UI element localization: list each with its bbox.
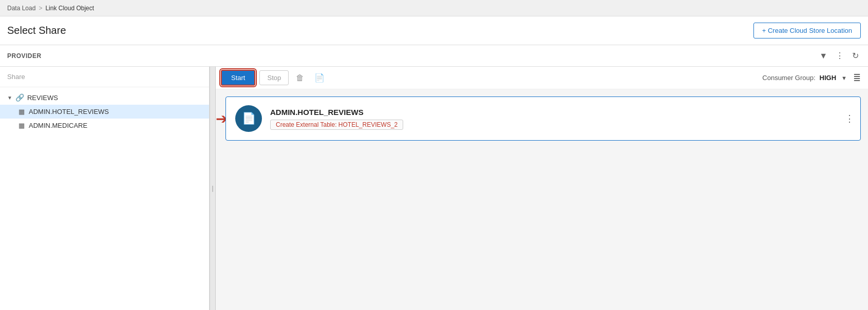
header-row: Select Share + Create Cloud Store Locati… — [0, 16, 868, 45]
consumer-group-value: HIGH — [820, 74, 837, 82]
card-subtitle-value: HOTEL_REVIEWS_2 — [338, 121, 398, 128]
breadcrumb-current: Link Cloud Object — [45, 5, 94, 12]
data-card: 📄 ADMIN.HOTEL_REVIEWS Create External Ta… — [225, 96, 861, 141]
provider-more-button[interactable]: ⋮ — [834, 49, 846, 63]
breadcrumb-bar: Data Load > Link Cloud Object — [0, 0, 868, 16]
content-body: ➔ 📄 ADMIN.HOTEL_REVIEWS Create External … — [216, 89, 868, 310]
delete-button[interactable]: 🗑 — [293, 71, 307, 85]
sidebar: Share ▼ 🔗 REVIEWS ▦ ADMIN.HOTEL_REVIEWS … — [0, 67, 210, 310]
card-content: ADMIN.HOTEL_REVIEWS Create External Tabl… — [270, 108, 851, 130]
tree-item-label-2: ADMIN.MEDICARE — [29, 122, 87, 129]
right-panel: Start Stop 🗑 📄 Consumer Group: HIGH ▼ ≣ … — [216, 67, 868, 310]
sidebar-share-label: Share — [7, 73, 25, 81]
start-button[interactable]: Start — [221, 70, 255, 86]
card-icon: 📄 — [235, 105, 262, 132]
table-icon-1: ▦ — [18, 108, 25, 115]
card-more-button[interactable]: ⋮ — [845, 113, 854, 124]
columns-icon-button[interactable]: ≣ — [851, 70, 863, 86]
tree-item-hotel-reviews[interactable]: ▦ ADMIN.HOTEL_REVIEWS — [0, 105, 209, 119]
document-button[interactable]: 📄 — [311, 71, 328, 85]
tree-item-label-1: ADMIN.HOTEL_REVIEWS — [29, 108, 109, 115]
tree-area: ▼ 🔗 REVIEWS ▦ ADMIN.HOTEL_REVIEWS ▦ ADMI… — [0, 87, 209, 310]
card-subtitle: Create External Table: HOTEL_REVIEWS_2 — [270, 120, 403, 130]
page-title: Select Share — [7, 25, 66, 36]
provider-controls: ▼ ⋮ ↻ — [817, 49, 861, 63]
tree-group-reviews: ▼ 🔗 REVIEWS ▦ ADMIN.HOTEL_REVIEWS ▦ ADMI… — [0, 90, 209, 132]
share-icon: 🔗 — [15, 93, 24, 102]
tree-group-header[interactable]: ▼ 🔗 REVIEWS — [0, 90, 209, 105]
provider-refresh-button[interactable]: ↻ — [850, 49, 861, 63]
table-icon-2: ▦ — [18, 122, 25, 129]
consumer-group-dropdown[interactable]: ▼ — [841, 75, 847, 81]
create-cloud-store-button[interactable]: + Create Cloud Store Location — [753, 23, 861, 38]
consumer-group-label: Consumer Group: — [762, 74, 815, 82]
provider-label: PROVIDER — [7, 52, 42, 60]
breadcrumb-parent[interactable]: Data Load — [7, 5, 35, 12]
tree-group-label: REVIEWS — [27, 94, 58, 102]
toolbar: Start Stop 🗑 📄 Consumer Group: HIGH ▼ ≣ — [216, 67, 868, 89]
breadcrumb-separator: > — [39, 5, 42, 12]
tree-toggle-icon: ▼ — [7, 95, 12, 101]
tree-item-medicare[interactable]: ▦ ADMIN.MEDICARE — [0, 119, 209, 132]
provider-bar: PROVIDER ▼ ⋮ ↻ — [0, 45, 868, 67]
resize-handle[interactable]: ❘ — [210, 67, 216, 310]
stop-button[interactable]: Stop — [259, 70, 289, 85]
document-icon: 📄 — [242, 112, 256, 125]
card-title: ADMIN.HOTEL_REVIEWS — [270, 108, 851, 117]
main-area: Share ▼ 🔗 REVIEWS ▦ ADMIN.HOTEL_REVIEWS … — [0, 67, 868, 310]
card-subtitle-prefix: Create External Table: — [276, 121, 338, 128]
sidebar-header: Share — [0, 67, 209, 87]
provider-dropdown-button[interactable]: ▼ — [817, 49, 829, 63]
